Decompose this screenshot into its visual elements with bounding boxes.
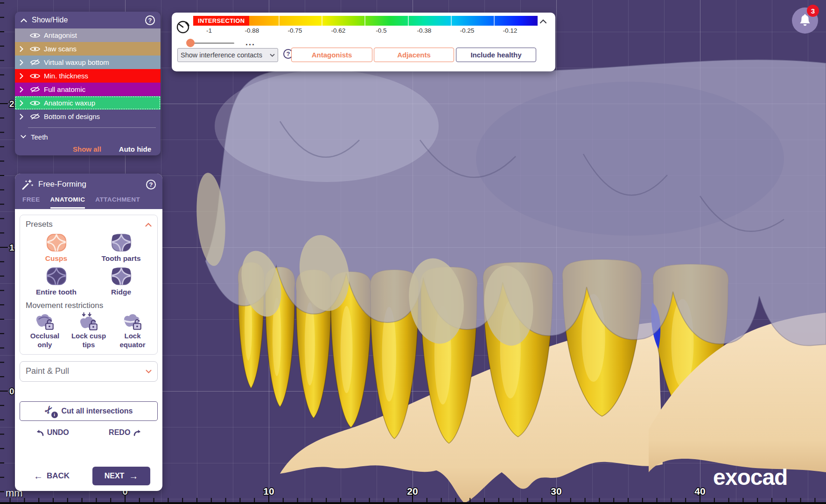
tooth-parts-icon <box>111 233 132 252</box>
scale-tick: -0.88 <box>242 27 262 34</box>
threshold-slider-knob[interactable] <box>186 39 195 47</box>
layer-row-bottom-of-designs[interactable]: Bottom of designs <box>15 110 161 123</box>
cut-all-intersections-button[interactable]: ✂ i Cut all intersections <box>20 401 158 421</box>
scale-tick: -0.25 <box>457 27 477 34</box>
show-hide-header[interactable]: Show/Hide ? <box>15 12 161 28</box>
panel-title: Free-Forming <box>38 180 141 189</box>
eye-icon[interactable] <box>30 46 43 52</box>
threshold-slider-track[interactable] <box>190 42 234 44</box>
ruler-vlabel-1: 1 <box>9 243 14 252</box>
eye-icon[interactable] <box>30 73 43 79</box>
antagonist-highlight <box>215 70 439 182</box>
redo-button[interactable]: REDO <box>109 428 142 437</box>
layer-row-min-thickness[interactable]: Min. thickness <box>15 69 161 83</box>
preset-cusps[interactable]: Cusps <box>24 233 89 263</box>
chevron-right-icon[interactable] <box>20 73 30 79</box>
info-badge: i <box>51 412 58 418</box>
interference-mode-select[interactable]: Show interference contacts <box>177 48 278 62</box>
chevron-right-icon[interactable] <box>20 87 30 92</box>
adjacents-button[interactable]: Adjacents <box>374 48 454 62</box>
cusps-icon <box>46 233 67 252</box>
restriction-lock-equator[interactable]: Lock equator <box>112 312 154 350</box>
restriction-occlusal-only[interactable]: Occlusal only <box>24 312 66 350</box>
tab-anatomic[interactable]: ANATOMIC <box>50 196 85 209</box>
preset-entire-tooth[interactable]: Entire tooth <box>24 266 89 296</box>
lock-equator-icon <box>122 312 143 331</box>
scale-tick: -0.62 <box>328 27 349 34</box>
help-icon[interactable]: ? <box>146 180 156 189</box>
presets-section: Presets Cusps <box>20 215 158 355</box>
exocad-logo: exocad <box>713 464 787 490</box>
redo-arrow-icon <box>133 429 142 436</box>
right-arrow-icon: → <box>129 471 138 482</box>
chevron-down-icon <box>146 370 152 373</box>
back-button[interactable]: ← BACK <box>34 471 70 482</box>
chevron-right-icon[interactable] <box>20 114 30 119</box>
ruler-vlabel-2: 2 <box>9 99 14 109</box>
ruler-label-20: 20 <box>407 486 418 497</box>
panel-title: Show/Hide <box>32 16 145 24</box>
chevron-right-icon[interactable] <box>20 46 30 52</box>
notification-count-badge: 3 <box>807 5 819 17</box>
next-button[interactable]: NEXT → <box>92 467 150 485</box>
collapse-chevron-icon[interactable] <box>539 19 547 24</box>
antagonists-button[interactable]: Antagonists <box>291 48 372 62</box>
collapse-chevron-icon[interactable] <box>145 223 152 227</box>
eye-off-icon[interactable] <box>30 86 43 93</box>
lock-cusp-tips-icon <box>78 312 99 331</box>
show-all-button[interactable]: Show all <box>73 145 101 153</box>
movement-restrictions-title: Movement restrictions <box>24 296 154 312</box>
layer-row-antagonist[interactable]: Antagonist <box>15 28 161 42</box>
free-forming-panel: Free-Forming ? FREE ANATOMIC ATTACHMENT … <box>15 174 162 491</box>
teeth-group-toggle[interactable]: Teeth <box>15 131 161 142</box>
scale-tick: -0.38 <box>414 27 434 34</box>
preset-tooth-parts[interactable]: Tooth parts <box>89 233 154 263</box>
magic-wand-icon <box>21 178 34 190</box>
slider-ellipsis: ... <box>245 38 255 48</box>
left-arrow-icon: ← <box>34 471 43 482</box>
undo-button[interactable]: UNDO <box>35 428 69 437</box>
preset-ridge[interactable]: Ridge <box>89 266 154 296</box>
scissors-icon: ✂ i <box>45 405 57 417</box>
layer-row-virtual-waxup-bottom[interactable]: Virtual waxup bottom <box>15 56 161 69</box>
eye-off-icon[interactable] <box>30 59 43 66</box>
divider <box>28 127 156 128</box>
chevron-down-icon <box>270 54 275 57</box>
ruler-label-10: 10 <box>263 486 274 497</box>
tool-mode-select[interactable]: Paint & Pull <box>20 361 158 382</box>
eye-icon[interactable] <box>30 100 43 106</box>
bell-icon <box>799 14 811 27</box>
antagonist-shade <box>476 82 784 236</box>
undo-arrow-icon <box>35 429 44 436</box>
app-root: 0 10 20 30 40 2 1 0 mm Show/Hide ? Antag… <box>0 0 826 504</box>
occlusal-only-icon <box>34 312 56 331</box>
layer-row-anatomic-waxup[interactable]: Anatomic waxup <box>15 96 161 110</box>
tab-attachment[interactable]: ATTACHMENT <box>95 196 140 209</box>
intersection-panel: INTERSECTION -1 -0.88 -0.75 -0.62 -0.5 -… <box>172 13 555 71</box>
scale-tick: -1 <box>199 27 219 34</box>
layer-row-jaw-scans[interactable]: Jaw scans <box>15 42 161 56</box>
gauge-icon[interactable] <box>176 20 190 34</box>
intersection-title: INTERSECTION <box>193 16 249 26</box>
chevron-right-icon[interactable] <box>20 100 30 106</box>
chevron-right-icon[interactable] <box>20 60 30 65</box>
presets-title: Presets <box>26 220 145 229</box>
auto-hide-button[interactable]: Auto hide <box>119 145 151 153</box>
layer-row-full-anatomic[interactable]: Full anatomic <box>15 83 161 96</box>
ruler-label-30: 30 <box>551 486 561 497</box>
scale-tick: -0.75 <box>285 27 305 34</box>
ridge-icon <box>111 266 132 286</box>
show-hide-panel: Show/Hide ? Antagonist Jaw scans Virtual… <box>15 12 161 155</box>
ruler-vlabel-0: 0 <box>9 386 14 396</box>
restriction-lock-cusp-tips[interactable]: Lock cusp tips <box>68 312 110 350</box>
eye-icon[interactable] <box>30 32 43 39</box>
scale-tick: -0.12 <box>500 27 520 34</box>
entire-tooth-icon <box>46 266 67 286</box>
tab-free[interactable]: FREE <box>22 196 40 209</box>
scale-tick: -0.5 <box>371 27 392 34</box>
help-icon[interactable]: ? <box>145 15 155 25</box>
chevron-down-icon <box>21 135 26 139</box>
ruler-label-40: 40 <box>694 486 705 497</box>
include-healthy-button[interactable]: Include healthy <box>456 48 536 62</box>
eye-off-icon[interactable] <box>30 113 43 120</box>
